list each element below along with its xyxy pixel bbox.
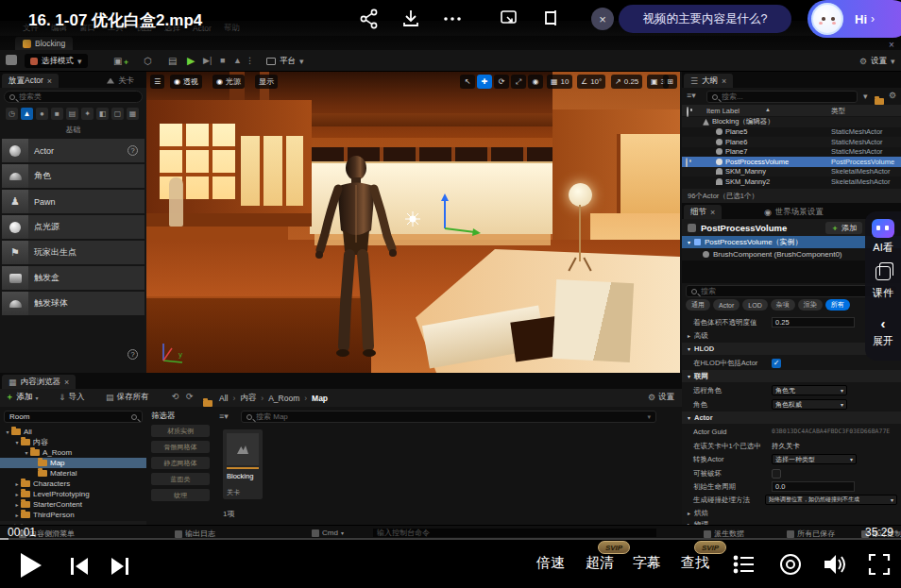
chevron-down-icon[interactable]: ▾ [647,413,651,421]
view-mode-dropdown[interactable]: ◉光源 [212,75,245,89]
close-assistant-icon[interactable]: × [591,8,614,30]
playlist-icon[interactable] [733,554,756,575]
lights-category-icon[interactable]: ● [36,108,48,120]
assistant-mini-close-icon[interactable]: × [889,40,894,50]
play-options-icon[interactable]: ⋮ [246,56,254,65]
add-button[interactable]: ＋添加▾ [6,392,39,403]
back-icon[interactable]: ⟲ [172,392,179,401]
select-tool-icon[interactable]: ↖ [460,75,475,89]
crumb-a-room[interactable]: A_Room [268,394,299,403]
more-icon[interactable] [442,8,463,30]
courseware-button[interactable]: 课件 [865,266,901,300]
filter-actor[interactable]: Actor [713,299,740,311]
record-icon[interactable] [778,552,803,577]
filter-general[interactable]: 通用 [686,299,710,311]
filter-rendering[interactable]: 渲染 [798,299,823,311]
property-select[interactable]: 角色无▾ [772,385,847,395]
share-icon[interactable] [359,8,380,30]
place-item-player-start[interactable]: ⚑ 玩家出生点 ? [2,241,144,264]
add-component-button[interactable]: ＋添加 [825,222,862,234]
basic-category-icon[interactable]: ▲ [21,108,33,120]
expand-button[interactable]: ‹ 展开 [865,317,901,348]
scale-tool-icon[interactable]: ⤢ [511,75,526,89]
add-actor-icon[interactable]: ▣＋ [113,56,129,67]
stop-button[interactable]: ■ [220,56,225,65]
save-all-button[interactable]: ▤保存所有 [106,392,149,403]
place-item-character[interactable]: 角色 ? [2,164,144,188]
move-tool-icon[interactable]: ✚ [477,75,492,89]
maximize-viewport-icon[interactable]: ⊞ [663,75,677,89]
tree-item-levelprototyping[interactable]: ▸LevelPrototyping [0,489,146,499]
property-input[interactable]: 0.0 [772,481,855,492]
asset-card-blocking[interactable]: Blocking 关卡 [223,429,263,499]
platform-dropdown[interactable]: 平台 ▾ [261,54,310,68]
fullscreen-icon[interactable] [867,552,892,577]
eye-icon[interactable] [687,107,688,117]
place-search-input[interactable]: 搜索类 [4,91,143,103]
close-icon[interactable]: × [47,76,52,86]
filter-icon[interactable]: ≡▾ [687,91,696,100]
outliner-row[interactable]: SKM_Manny2 SkeletalMeshActor [682,176,901,187]
tab-outliner[interactable]: ☰ 大纲 × [684,74,733,88]
previous-button[interactable] [68,556,91,577]
tab-details[interactable]: 细节 × [684,205,722,219]
blueprints-icon[interactable]: ⬡ [144,56,152,66]
settings-dropdown[interactable]: ⚙ 设置 ▾ [854,54,901,68]
assistant-avatar-pill[interactable]: Hi › [808,0,901,38]
filter-chip-texture[interactable]: 纹理 [151,489,210,501]
cinematics-icon[interactable]: ▤ [168,56,177,66]
column-item-label[interactable]: Item Label [706,107,740,115]
scale-snap-control[interactable]: ↗0.25 [611,75,642,89]
rotation-snap-control[interactable]: ∠10° [577,75,605,89]
help-icon[interactable]: ? [128,145,138,156]
volumes-category-icon[interactable]: ▢ [111,108,124,120]
tab-levels[interactable]: 关卡 [100,74,141,88]
assistant-question-pill[interactable]: 视频的主要内容是什么? [619,5,791,33]
perspective-dropdown[interactable]: ◉透视 [170,75,202,89]
outliner-row-selected[interactable]: PostProcessVolume PostProcessVolume [682,157,901,167]
mode-dropdown[interactable]: 选择模式 ▾ [25,54,88,68]
column-type[interactable]: 类型 [831,107,845,116]
outliner-row[interactable]: Plane5 StaticMeshActor [682,127,901,138]
checkbox-unchecked[interactable] [772,469,781,479]
download-icon[interactable] [400,8,421,30]
tab-place-actor[interactable]: 放置Actor × [2,74,59,88]
recent-icon[interactable]: ◷ [6,108,18,120]
subtitles-button[interactable]: 字幕 [633,554,661,572]
property-select[interactable]: 始终调整位置，如仍然碰撞则不生成▾ [765,495,897,505]
tree-search-input[interactable]: Room [4,411,143,423]
asset-search-input[interactable]: 搜索 Map ▾ [241,411,656,423]
filter-chip-blueprint[interactable]: 蓝图类 [151,473,210,485]
play-in-editor-button[interactable]: ▶ [187,55,195,67]
outliner-search-input[interactable]: 搜索... [706,91,858,103]
filter-chip-static-mesh[interactable]: 静态网格体 [151,457,210,469]
close-icon[interactable]: × [710,208,715,217]
property-select[interactable]: 角色权威▾ [772,399,847,410]
tree-item-startercontent[interactable]: ▸StarterContent [0,499,146,510]
geometry-category-icon[interactable]: ◧ [96,108,109,120]
import-button[interactable]: ⇓导入 [59,392,85,403]
seek-bar[interactable] [0,538,901,540]
skip-button[interactable]: ▶| [203,56,212,65]
theater-mode-icon[interactable] [540,8,563,30]
tab-content-browser[interactable]: ▦ 内容浏览器 × [2,375,76,389]
property-input[interactable]: 0.25 [772,317,855,328]
viewport-menu-icon[interactable]: ☰ [150,75,164,89]
console-input[interactable]: 输入控制台命令 [373,529,656,537]
chevron-down-icon[interactable]: ▾ [863,92,868,101]
find-button[interactable]: 查找 [681,554,709,572]
place-item-point-light[interactable]: 点光源 ? [2,215,144,239]
tree-item-thirdperson[interactable]: ▸ThirdPerson [0,510,146,520]
rotate-tool-icon[interactable]: ⟳ [494,75,509,89]
world-local-toggle-icon[interactable]: ◉ [528,75,543,89]
pip-icon[interactable] [499,8,521,30]
close-icon[interactable]: × [722,76,726,86]
eject-button[interactable]: ▲ [233,56,242,65]
chevron-down-icon[interactable]: ▾ [688,239,690,245]
shapes-category-icon[interactable]: ■ [51,108,63,120]
gear-icon[interactable]: ⚙ [889,91,896,100]
crumb-map[interactable]: Map [312,394,328,403]
viewport-3d[interactable]: y ☰ ◉透视 ◉光源 显示 ↖ ✚ ⟳ ⤢ ◉ ▦10 ∠10° ↗0.25 … [146,72,680,374]
grid-snap-control[interactable]: ▦10 [547,75,572,89]
filter-lod[interactable]: LOD [742,299,767,311]
